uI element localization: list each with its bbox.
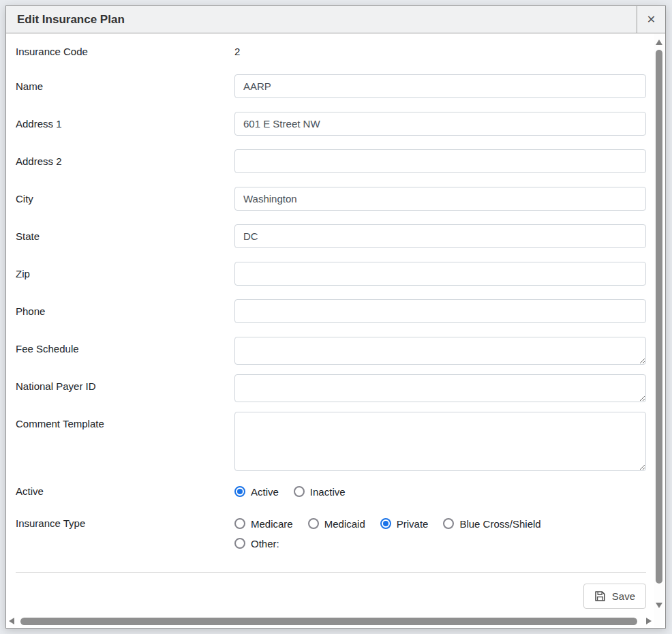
medicaid-radio-label: Medicaid	[324, 518, 365, 530]
national-payer-id-row: National Payer ID	[16, 374, 646, 402]
insurance-code-value: 2	[234, 46, 240, 57]
address1-input[interactable]	[234, 112, 646, 136]
comment-template-textarea[interactable]	[234, 412, 646, 471]
fee-schedule-label: Fee Schedule	[16, 337, 234, 365]
address1-row: Address 1	[16, 112, 646, 136]
city-row: City	[16, 187, 646, 211]
fee-schedule-textarea[interactable]	[234, 337, 646, 365]
zip-input[interactable]	[234, 262, 646, 286]
dialog-title: Edit Insurance Plan	[6, 6, 637, 33]
zip-label: Zip	[16, 262, 234, 286]
medicare-radio-dot[interactable]	[234, 518, 245, 529]
state-row: State	[16, 224, 646, 248]
scroll-left-button[interactable]	[9, 618, 14, 624]
blue-cross-shield-radio-label: Blue Cross/Shield	[459, 518, 540, 530]
medicaid-radio[interactable]: Medicaid	[308, 515, 365, 532]
private-radio-dot[interactable]	[380, 518, 391, 529]
active-label: Active	[16, 483, 234, 500]
other-radio-dot[interactable]	[234, 538, 245, 549]
horizontal-scrollbar[interactable]	[7, 617, 654, 626]
zip-row: Zip	[16, 262, 646, 286]
name-row: Name	[16, 74, 646, 98]
dialog-header: Edit Insurance Plan ✕	[6, 6, 665, 33]
close-icon: ✕	[647, 13, 656, 26]
save-button-label: Save	[612, 590, 635, 602]
address2-label: Address 2	[16, 149, 234, 173]
address2-row: Address 2	[16, 149, 646, 173]
horizontal-scrollbar-thumb[interactable]	[20, 618, 637, 625]
other-radio-label: Other:	[251, 538, 279, 549]
national-payer-id-label: National Payer ID	[16, 374, 234, 402]
national-payer-id-textarea[interactable]	[234, 374, 646, 402]
comment-template-label: Comment Template	[16, 412, 234, 471]
insurance-type-label: Insurance Type	[16, 515, 234, 552]
dialog-body: Insurance Code 2 Name Address 1 Address …	[6, 34, 654, 617]
city-input[interactable]	[234, 187, 646, 211]
insurance-code-label: Insurance Code	[16, 46, 234, 58]
medicare-radio-label: Medicare	[251, 518, 293, 530]
inactive-radio[interactable]: Inactive	[294, 483, 346, 500]
city-label: City	[16, 187, 234, 211]
private-radio[interactable]: Private	[380, 515, 429, 532]
dialog-footer: Save	[16, 584, 646, 609]
insurance-type-row: Insurance Type Medicare Medicaid Private	[16, 515, 646, 552]
state-label: State	[16, 224, 234, 248]
vertical-scrollbar[interactable]	[654, 33, 665, 627]
phone-row: Phone	[16, 299, 646, 323]
insurance-type-radio-group: Medicare Medicaid Private Blue Cross/Shi…	[234, 515, 646, 552]
inactive-radio-label: Inactive	[310, 486, 346, 498]
edit-insurance-plan-dialog: Edit Insurance Plan ✕ Insurance Code 2 N…	[5, 5, 666, 629]
private-radio-label: Private	[397, 518, 429, 530]
active-radio-label: Active	[251, 486, 279, 498]
medicare-radio[interactable]: Medicare	[234, 515, 293, 532]
name-label: Name	[16, 74, 234, 98]
blue-cross-shield-radio-dot[interactable]	[443, 518, 454, 529]
name-input[interactable]	[234, 74, 646, 98]
other-radio[interactable]: Other:	[234, 535, 279, 552]
active-radio[interactable]: Active	[234, 483, 279, 500]
footer-divider	[16, 572, 646, 573]
close-button[interactable]: ✕	[637, 6, 665, 33]
blue-cross-shield-radio[interactable]: Blue Cross/Shield	[443, 515, 540, 532]
vertical-scrollbar-thumb[interactable]	[656, 50, 662, 584]
comment-template-row: Comment Template	[16, 412, 646, 471]
scroll-up-button[interactable]	[656, 40, 662, 45]
active-radio-dot[interactable]	[234, 486, 245, 497]
active-row: Active Active Inactive	[16, 483, 646, 500]
inactive-radio-dot[interactable]	[294, 486, 305, 497]
scroll-down-button[interactable]	[656, 603, 662, 608]
state-input[interactable]	[234, 224, 646, 248]
phone-input[interactable]	[234, 299, 646, 323]
address2-input[interactable]	[234, 149, 646, 173]
save-icon	[594, 590, 606, 602]
insurance-code-row: Insurance Code 2	[16, 46, 646, 58]
medicaid-radio-dot[interactable]	[308, 518, 319, 529]
scroll-right-button[interactable]	[646, 618, 652, 624]
fee-schedule-row: Fee Schedule	[16, 337, 646, 365]
save-button[interactable]: Save	[583, 584, 646, 609]
phone-label: Phone	[16, 299, 234, 323]
active-radio-group: Active Inactive	[234, 483, 646, 500]
address1-label: Address 1	[16, 112, 234, 136]
